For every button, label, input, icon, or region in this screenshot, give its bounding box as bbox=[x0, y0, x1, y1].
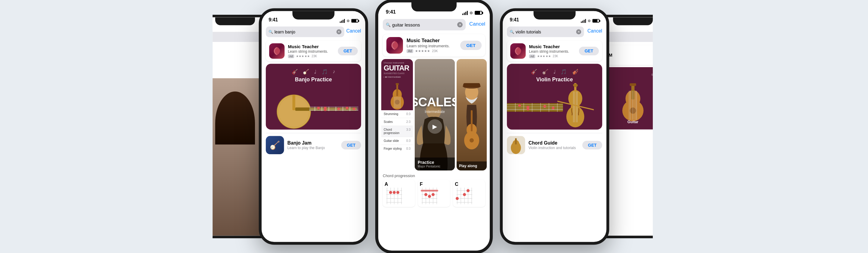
chord-guide-icon-svg bbox=[507, 136, 525, 154]
clear-violin[interactable]: ✕ bbox=[576, 29, 581, 34]
menu-item-scales[interactable]: Scales 2:3 bbox=[381, 118, 413, 126]
search-value-banjo: learn banjo bbox=[275, 30, 296, 34]
violin-visual bbox=[507, 85, 602, 128]
ad-info-banjo: Music Teacher Learn string instruments. … bbox=[288, 44, 338, 58]
svg-point-17 bbox=[337, 107, 340, 110]
svg-point-62 bbox=[428, 195, 431, 198]
menu-item-chord[interactable]: Chord progression 3:3 bbox=[381, 126, 413, 137]
chord-guide-info: Chord Guide Violin instruction and tutor… bbox=[529, 140, 583, 150]
icons-violin: ⊜ bbox=[581, 19, 599, 23]
scales-big-label: SCALES bbox=[415, 96, 455, 108]
violin-instrument-icons: 🎸 🪕 ♩ 🎵 🎻 bbox=[507, 64, 602, 77]
violin-card-title: Violin Practice bbox=[507, 76, 602, 83]
search-bar-left[interactable]: 🔍 bbox=[190, 32, 266, 42]
ad-card-banjo: Music Teacher Learn string instruments. … bbox=[266, 40, 361, 61]
notch-guitar bbox=[411, 2, 457, 11]
ad-name-banjo: Music Teacher bbox=[288, 44, 338, 49]
get-btn-chord-guide[interactable]: GET bbox=[582, 141, 602, 149]
search-bar-violin[interactable]: 🔍 violin tutorials ✕ bbox=[507, 27, 584, 37]
chord-guide-name: Chord Guide bbox=[529, 140, 583, 146]
ad-subtitle-banjo: Learn string instruments. bbox=[288, 50, 338, 54]
search-bar-guitar[interactable]: 🔍 guitar lessons ✕ bbox=[383, 19, 466, 30]
menu-item-strumming[interactable]: Strumming 0:3 bbox=[381, 110, 413, 118]
center-scales-panel: SCALES Intermediate ▶ Practice Major Pen… bbox=[415, 59, 455, 170]
svg-point-63 bbox=[432, 193, 435, 196]
signal-violin bbox=[581, 19, 586, 23]
ad-card-violin: Music Teacher Learn string instruments. … bbox=[507, 40, 602, 61]
svg-point-14 bbox=[317, 106, 320, 109]
person-body bbox=[215, 92, 255, 145]
chord-label: Chord progression bbox=[384, 128, 406, 135]
menu-item-slide[interactable]: Guitar slide 0:3 bbox=[381, 137, 413, 145]
play-along-label: Play along bbox=[459, 164, 484, 168]
phones-wrapper: 9:41 ⊛ 🔍 Cancel GET bbox=[0, 0, 868, 253]
reviews-violin: 23K bbox=[553, 55, 558, 58]
get-btn-guitar[interactable]: GET bbox=[460, 41, 482, 50]
svg-point-18 bbox=[346, 106, 348, 109]
svg-point-73 bbox=[467, 189, 470, 192]
music-teacher-icon-guitar bbox=[390, 39, 400, 52]
get-btn-violin-ad[interactable]: GET bbox=[579, 47, 599, 56]
notch-violin bbox=[533, 11, 576, 20]
svg-rect-104 bbox=[515, 138, 517, 144]
menu-item-finger[interactable]: Finger styling 0:3 bbox=[381, 145, 413, 152]
instrument-icons: 🎸 🪕 ♩ 🎵 ♪ bbox=[266, 64, 361, 77]
cancel-violin[interactable]: Cancel bbox=[587, 29, 602, 34]
music-teacher-icon bbox=[272, 45, 282, 57]
reviews-banjo: 23K bbox=[312, 55, 317, 58]
svg-point-38 bbox=[470, 138, 474, 143]
svg-point-49 bbox=[393, 191, 396, 194]
finger-label: Finger styling bbox=[384, 147, 401, 150]
get-btn-banjo[interactable]: GET bbox=[338, 47, 358, 56]
bass-icon-v: 🎵 bbox=[561, 69, 567, 75]
get-btn-left-area: GET bbox=[191, 60, 210, 68]
signal-right bbox=[658, 25, 663, 28]
chord-a: A bbox=[383, 180, 415, 207]
svg-point-90 bbox=[544, 105, 546, 107]
banjo-jam-name: Banjo Jam bbox=[287, 140, 341, 146]
battery-violin bbox=[592, 19, 599, 23]
ad-name-guitar: Music Teacher bbox=[407, 38, 460, 43]
search-bar-banjo[interactable]: 🔍 learn banjo ✕ bbox=[266, 27, 344, 37]
cancel-guitar[interactable]: Cancel bbox=[469, 21, 485, 27]
app-icon-violin bbox=[510, 43, 526, 59]
wifi-guitar: ⊜ bbox=[470, 10, 473, 15]
get-button-left[interactable]: GET bbox=[191, 60, 210, 68]
right-man-panel: Play along bbox=[457, 59, 487, 170]
cancel-banjo[interactable]: Cancel bbox=[346, 29, 361, 34]
ad-name-violin: Music Teacher bbox=[529, 44, 579, 49]
difficulty-label: ▪ ■ Intermediate bbox=[384, 74, 410, 80]
ad-subtitle-guitar: Learn string instruments. bbox=[407, 44, 460, 48]
clear-guitar[interactable]: ✕ bbox=[457, 22, 463, 27]
banjo-svg bbox=[266, 85, 361, 129]
svg-rect-2 bbox=[292, 95, 295, 110]
chord-a-svg bbox=[384, 186, 405, 206]
guitar-svg bbox=[388, 81, 406, 109]
banjo-card-title: Banjo Practice bbox=[266, 76, 361, 83]
left-menu-panel: Choose Instrument GUITAR SUGGESTED CLASS… bbox=[381, 59, 413, 170]
guitar-panels: Choose Instrument GUITAR SUGGESTED CLASS… bbox=[381, 59, 487, 170]
play-button[interactable]: ▶ bbox=[428, 119, 442, 134]
app-icon-banjo bbox=[269, 43, 284, 59]
guitar-panel-header: Choose Instrument GUITAR SUGGESTED CLASS… bbox=[381, 59, 413, 80]
svg-point-87 bbox=[518, 104, 521, 107]
stars-banjo: ★★★★★ bbox=[296, 55, 310, 58]
select-instrument-label: Select Instrument bbox=[651, 73, 674, 76]
svg-rect-108 bbox=[629, 84, 636, 86]
chord-diagrams-row: A bbox=[383, 180, 485, 207]
chord-guide-sub: Violin instruction and tutorials bbox=[529, 146, 583, 150]
chord-progression-label: Chord progression bbox=[383, 173, 485, 178]
get-btn-banjo-jam[interactable]: GET bbox=[341, 141, 361, 149]
ad-card-guitar: Music Teacher Learn string instruments. … bbox=[383, 34, 485, 57]
time-guitar: 9:41 bbox=[386, 9, 396, 15]
search-value-violin: violin tutorials bbox=[516, 30, 541, 34]
search-icon-guitar: 🔍 bbox=[386, 23, 391, 27]
ad-badge-guitar: Ad bbox=[407, 49, 413, 53]
bass-icon-sm: 🎵 bbox=[321, 69, 328, 75]
violin-card: 🎸 🪕 ♩ 🎵 🎻 Violin Practice bbox=[507, 64, 602, 130]
icons-banjo: ⊜ bbox=[340, 19, 358, 23]
clear-banjo[interactable]: ✕ bbox=[336, 29, 341, 34]
banjo-jam-listing: 🪕 Banjo Jam Learn to play the Banjo GET bbox=[266, 133, 361, 157]
battery-right bbox=[669, 25, 675, 28]
cancel-right[interactable]: Cancel bbox=[664, 34, 678, 39]
